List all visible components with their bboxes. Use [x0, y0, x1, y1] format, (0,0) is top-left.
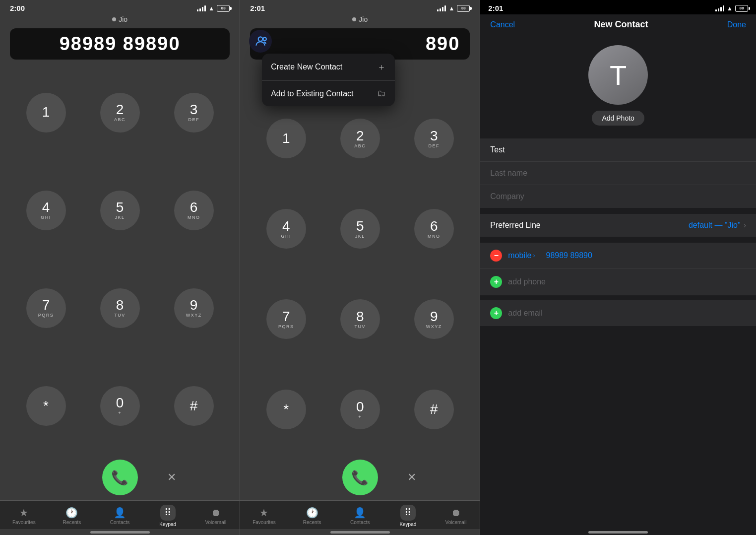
- dial2-2[interactable]: 2ABC: [340, 119, 380, 158]
- home-indicator-2: [240, 529, 480, 535]
- phone-type-label[interactable]: mobile ›: [508, 251, 535, 260]
- add-email-button[interactable]: +: [490, 307, 502, 319]
- home-indicator-3: [480, 529, 756, 535]
- preferred-line-row[interactable]: Preferred Line default — "Jio" ›: [480, 214, 756, 237]
- add-phone-row[interactable]: + add phone: [480, 269, 756, 295]
- first-name-field[interactable]: Test: [480, 138, 756, 162]
- add-to-existing-contact-item[interactable]: Add to Existing Contact 🗂: [262, 80, 395, 106]
- done-button[interactable]: Done: [727, 20, 746, 29]
- company-field[interactable]: Company: [480, 185, 756, 208]
- add-phone-label: add phone: [508, 277, 546, 286]
- phone-section: − mobile › 98989 89890 + add phone: [480, 243, 756, 295]
- contacts-icon-circle[interactable]: [249, 30, 272, 53]
- status-icons-1: ▲ 88: [197, 5, 230, 12]
- tab-favourites-1[interactable]: ★ Favourites: [9, 507, 39, 525]
- page-title: New Contact: [594, 19, 648, 30]
- dial-1[interactable]: 1: [26, 93, 66, 133]
- keypad-icon-2: ⠿: [404, 507, 412, 518]
- signal-icon-2: [437, 5, 446, 11]
- dial-3[interactable]: 3DEF: [174, 93, 214, 133]
- dial2-hash[interactable]: #: [414, 390, 454, 429]
- dial-8[interactable]: 8TUV: [100, 288, 140, 328]
- plus-email-icon: +: [494, 309, 499, 318]
- status-bar-3: 2:01 ▲ 88: [480, 0, 756, 14]
- add-photo-button[interactable]: Add Photo: [592, 111, 644, 126]
- dial2-0[interactable]: 0+: [340, 390, 380, 429]
- carrier-dot-2: [352, 17, 356, 21]
- dial-5[interactable]: 5JKL: [100, 191, 140, 230]
- create-new-contact-label: Create New Contact: [271, 63, 342, 71]
- dropdown-menu: Create New Contact ＋ Add to Existing Con…: [262, 54, 395, 106]
- dial2-4[interactable]: 4GHI: [266, 209, 306, 249]
- dial2-6[interactable]: 6MNO: [414, 209, 454, 249]
- star-icon-1: ★: [19, 507, 28, 519]
- tab-contacts-2[interactable]: 👤 Contacts: [345, 507, 375, 525]
- status-icons-2: ▲ 88: [437, 5, 470, 12]
- dial-0[interactable]: 0+: [100, 386, 140, 426]
- carrier-dot-1: [112, 17, 116, 21]
- tab-rec-2: Recents: [303, 520, 321, 525]
- person-icon-1: 👤: [114, 507, 126, 519]
- dial2-star[interactable]: *: [266, 390, 306, 429]
- status-bar-2: 2:01 ▲ 88: [240, 0, 480, 14]
- number-display-1: 98989 89890: [10, 28, 230, 60]
- tab-bar-1: ★ Favourites 🕐 Recents 👤 Contacts ⠿ Keyp…: [0, 500, 240, 529]
- call-icon-1: 📞: [111, 469, 128, 486]
- dial2-3[interactable]: 3DEF: [414, 119, 454, 158]
- name-form-section: Test Last name Company: [480, 138, 756, 208]
- clock-icon-2: 🕐: [306, 507, 318, 519]
- add-phone-button[interactable]: +: [490, 276, 502, 288]
- dial-9[interactable]: 9WXYZ: [174, 288, 214, 328]
- phone-type-value: mobile: [508, 251, 531, 260]
- delete-button-2[interactable]: ✕: [403, 468, 421, 486]
- call-button-1[interactable]: 📞: [102, 460, 138, 495]
- dial2-7[interactable]: 7PQRS: [266, 299, 306, 339]
- create-new-contact-item[interactable]: Create New Contact ＋: [262, 54, 395, 80]
- add-email-row[interactable]: + add email: [480, 300, 756, 326]
- dialed-number-1: 98989 89890: [60, 33, 181, 54]
- voicemail-icon-1: ⏺: [211, 507, 221, 519]
- nav-bar: Cancel New Contact Done: [480, 14, 756, 35]
- tab-keypad-1[interactable]: ⠿ Keypad: [153, 505, 183, 527]
- wifi-icon-3: ▲: [727, 5, 733, 12]
- phone-row: − mobile › 98989 89890: [480, 243, 756, 269]
- dial2-1[interactable]: 1: [266, 119, 306, 158]
- call-button-2[interactable]: 📞: [342, 460, 378, 495]
- dial2-8[interactable]: 8TUV: [340, 299, 380, 339]
- carrier-name-2: Jio: [359, 15, 368, 23]
- dial-4[interactable]: 4GHI: [26, 191, 66, 230]
- tab-label-5: Voicemail: [205, 520, 226, 525]
- dial-hash[interactable]: #: [174, 386, 214, 426]
- tab-recents-2[interactable]: 🕐 Recents: [297, 507, 327, 525]
- call-icon-2: 📞: [351, 469, 369, 486]
- dial-2[interactable]: 2ABC: [100, 93, 140, 133]
- status-bar-1: 2:00 ▲ 88: [0, 0, 240, 14]
- carrier-row-1: Jio: [0, 14, 240, 26]
- tab-recents-1[interactable]: 🕐 Recents: [57, 507, 87, 525]
- last-name-placeholder: Last name: [490, 169, 527, 177]
- contacts-list-icon: 🗂: [377, 88, 386, 99]
- status-time-2: 2:01: [250, 4, 265, 12]
- add-email-label: add email: [508, 309, 542, 318]
- last-name-field[interactable]: Last name: [480, 162, 756, 185]
- phone-type-chevron: ›: [533, 252, 535, 259]
- remove-phone-button[interactable]: −: [490, 250, 502, 262]
- svg-point-1: [263, 37, 267, 41]
- tab-keypad-2[interactable]: ⠿ Keypad: [393, 505, 423, 527]
- panel-keypad: 2:00 ▲ 88 Jio 98989 89890 1 2ABC 3DEF 4G…: [0, 0, 240, 535]
- tab-favourites-2[interactable]: ★ Favourites: [249, 507, 279, 525]
- tab-voicemail-1[interactable]: ⏺ Voicemail: [201, 507, 231, 525]
- tab-voicemail-2[interactable]: ⏺ Voicemail: [441, 507, 471, 525]
- dial-7[interactable]: 7PQRS: [26, 288, 66, 328]
- dial-6[interactable]: 6MNO: [174, 191, 214, 230]
- tab-con-2: Contacts: [350, 520, 370, 525]
- dial-star[interactable]: *: [26, 386, 66, 426]
- delete-button-1[interactable]: ✕: [163, 468, 181, 486]
- dial2-5[interactable]: 5JKL: [340, 209, 380, 249]
- cancel-button[interactable]: Cancel: [490, 20, 515, 29]
- tab-label-3: Contacts: [110, 520, 129, 525]
- first-name-value: Test: [490, 145, 504, 154]
- dial2-9[interactable]: 9WXYZ: [414, 299, 454, 339]
- signal-icon-3: [715, 5, 724, 11]
- tab-contacts-1[interactable]: 👤 Contacts: [105, 507, 135, 525]
